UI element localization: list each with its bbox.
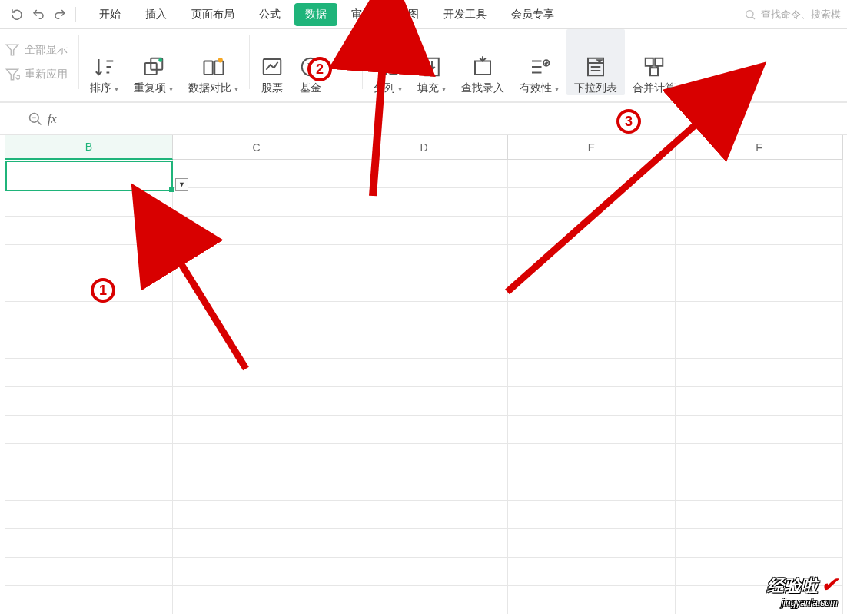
cell[interactable] xyxy=(5,416,173,444)
cell[interactable] xyxy=(340,160,508,188)
cell[interactable] xyxy=(173,558,340,586)
cell[interactable] xyxy=(340,273,508,302)
find-entry-button[interactable]: 查找录入 xyxy=(453,29,512,95)
cell[interactable] xyxy=(508,444,676,472)
cell[interactable] xyxy=(173,529,340,558)
cell[interactable] xyxy=(676,188,843,217)
cell[interactable] xyxy=(676,529,843,558)
cell[interactable] xyxy=(173,302,340,330)
column-header[interactable]: B xyxy=(5,135,173,160)
cell[interactable] xyxy=(340,501,508,529)
search-box[interactable]: 查找命令、搜索模 xyxy=(738,8,847,22)
cell[interactable] xyxy=(340,387,508,416)
tab-start[interactable]: 开始 xyxy=(88,3,131,26)
column-header[interactable]: E xyxy=(508,135,676,160)
cell[interactable] xyxy=(508,501,676,529)
cell[interactable] xyxy=(173,330,340,359)
tab-review[interactable]: 审阅 xyxy=(340,3,384,26)
cell[interactable] xyxy=(340,416,508,444)
cell[interactable] xyxy=(173,273,340,302)
show-all-button[interactable]: 全部显示 xyxy=(3,38,69,62)
cell[interactable] xyxy=(676,245,843,273)
cell[interactable] xyxy=(340,558,508,586)
cell[interactable] xyxy=(5,387,173,416)
dropdown-list-button[interactable]: 下拉列表 xyxy=(566,29,625,95)
cell[interactable] xyxy=(5,472,173,501)
cell[interactable] xyxy=(5,444,173,472)
cell[interactable] xyxy=(5,302,173,330)
zoom-icon[interactable] xyxy=(28,111,43,127)
cell[interactable] xyxy=(508,472,676,501)
cell-dropdown-handle[interactable]: ▼ xyxy=(175,178,188,191)
tab-data[interactable]: 数据 xyxy=(294,3,337,26)
cell[interactable] xyxy=(340,359,508,387)
refresh-icon[interactable] xyxy=(6,4,28,25)
cell[interactable] xyxy=(340,586,508,614)
cell[interactable] xyxy=(676,472,843,501)
cell[interactable] xyxy=(173,160,340,188)
cell[interactable] xyxy=(508,245,676,273)
column-header[interactable]: D xyxy=(340,135,508,160)
cell[interactable] xyxy=(173,472,340,501)
tab-formula[interactable]: 公式 xyxy=(248,3,291,26)
cell[interactable] xyxy=(340,217,508,245)
cell[interactable] xyxy=(173,387,340,416)
split-column-button[interactable]: 分列▾ xyxy=(366,29,410,95)
cell[interactable] xyxy=(508,273,676,302)
cell[interactable] xyxy=(5,558,173,586)
column-header[interactable]: F xyxy=(676,135,843,160)
cell[interactable] xyxy=(5,273,173,302)
cell[interactable] xyxy=(676,359,843,387)
cell[interactable] xyxy=(173,188,340,217)
cell[interactable] xyxy=(508,558,676,586)
cell[interactable] xyxy=(508,302,676,330)
cell[interactable] xyxy=(508,529,676,558)
cell[interactable] xyxy=(676,416,843,444)
cell[interactable] xyxy=(676,501,843,529)
cell[interactable] xyxy=(676,160,843,188)
cell[interactable] xyxy=(5,359,173,387)
cell[interactable] xyxy=(508,359,676,387)
cell[interactable] xyxy=(508,330,676,359)
cell[interactable] xyxy=(173,359,340,387)
reapply-button[interactable]: 重新应用 xyxy=(3,62,69,87)
ribbon-more-button[interactable] xyxy=(330,29,359,95)
fill-handle[interactable] xyxy=(169,187,174,192)
tab-insert[interactable]: 插入 xyxy=(135,3,178,26)
cell[interactable] xyxy=(5,501,173,529)
cell[interactable] xyxy=(676,387,843,416)
cell[interactable] xyxy=(340,302,508,330)
sort-button[interactable]: 排序▾ xyxy=(82,29,126,95)
stock-button[interactable]: 股票 xyxy=(253,29,291,95)
cell[interactable] xyxy=(340,529,508,558)
tab-member[interactable]: 会员专享 xyxy=(500,3,565,26)
cell[interactable] xyxy=(340,330,508,359)
consolidate-button[interactable]: 合并计算 xyxy=(625,29,683,95)
cell[interactable] xyxy=(340,472,508,501)
tab-view[interactable]: 视图 xyxy=(387,3,430,26)
cell[interactable] xyxy=(5,586,173,614)
cell[interactable] xyxy=(676,273,843,302)
cell[interactable] xyxy=(676,444,843,472)
cell[interactable] xyxy=(173,586,340,614)
cell[interactable] xyxy=(173,501,340,529)
cell[interactable] xyxy=(5,188,173,217)
fx-label[interactable]: fx xyxy=(48,112,57,126)
cell[interactable] xyxy=(508,387,676,416)
formula-input[interactable] xyxy=(61,107,847,131)
cell[interactable] xyxy=(340,444,508,472)
cell[interactable] xyxy=(508,586,676,614)
cell[interactable] xyxy=(5,245,173,273)
cell[interactable] xyxy=(676,330,843,359)
cell[interactable] xyxy=(173,245,340,273)
tab-devtools[interactable]: 开发工具 xyxy=(433,3,497,26)
redo-icon[interactable] xyxy=(49,4,71,25)
cell[interactable] xyxy=(5,529,173,558)
tab-page-layout[interactable]: 页面布局 xyxy=(181,3,245,26)
cell[interactable] xyxy=(5,330,173,359)
validation-button[interactable]: 有效性▾ xyxy=(512,29,566,95)
cell[interactable] xyxy=(676,302,843,330)
cell[interactable] xyxy=(508,217,676,245)
cell[interactable] xyxy=(340,188,508,217)
cell[interactable] xyxy=(173,416,340,444)
